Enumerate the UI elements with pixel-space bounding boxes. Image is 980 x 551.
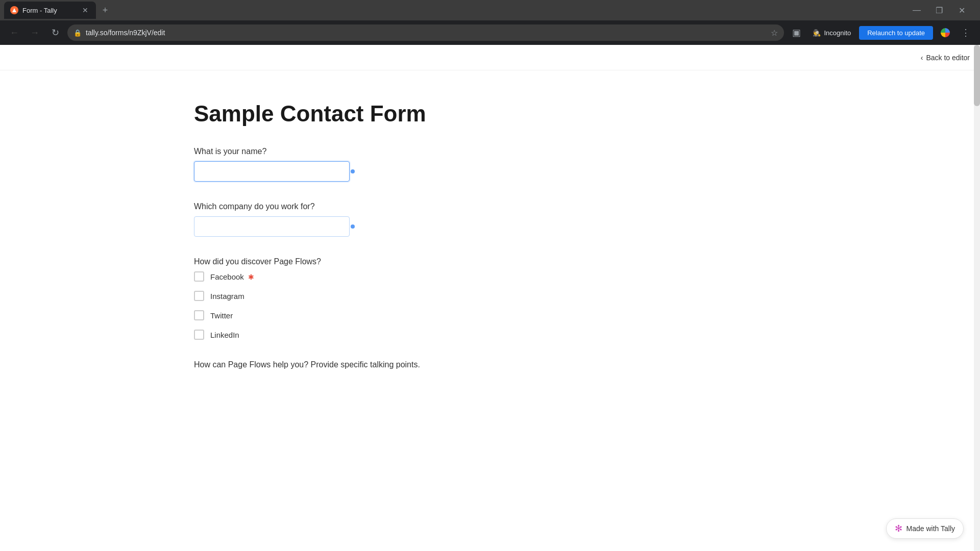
address-bar[interactable]: 🔒 tally.so/forms/n9ZkjV/edit ☆	[67, 24, 784, 41]
discover-field: How did you discover Page Flows? Faceboo…	[194, 257, 980, 340]
browser-chrome: Form - Tally ✕ + — ❐ ✕ ← → ↻ 🔒 tally.so/…	[0, 0, 980, 45]
company-input[interactable]	[194, 216, 350, 237]
company-field-label: Which company do you work for?	[194, 202, 980, 211]
minimize-button[interactable]: —	[909, 2, 925, 18]
checkbox-instagram-label: Instagram	[210, 292, 244, 300]
name-input-wrapper	[194, 161, 350, 182]
tab-favicon	[10, 6, 18, 14]
tab-bar: Form - Tally ✕ + — ❐ ✕	[0, 0, 980, 20]
browser-toolbar: ← → ↻ 🔒 tally.so/forms/n9ZkjV/edit ☆ ▣ 🕵…	[0, 20, 980, 45]
drag-handle-icon	[351, 169, 355, 173]
checkbox-instagram-box[interactable]	[194, 291, 204, 301]
checkbox-facebook[interactable]: Facebook ✱	[194, 271, 980, 282]
back-button[interactable]: ←	[6, 24, 22, 41]
google-apps-button[interactable]	[937, 24, 953, 41]
form-container: Sample Contact Form What is your name? W…	[0, 70, 980, 551]
tab-title: Form - Tally	[22, 7, 77, 14]
url-text: tally.so/forms/n9ZkjV/edit	[86, 29, 767, 37]
discover-field-label: How did you discover Page Flows?	[194, 257, 980, 266]
checkbox-instagram[interactable]: Instagram	[194, 291, 980, 301]
made-with-tally-label: Made with Tally	[906, 524, 955, 533]
checkbox-facebook-label: Facebook ✱	[210, 272, 254, 281]
toolbar-right-controls: ▣ 🕵 Incognito Relaunch to update ⋮	[788, 24, 974, 41]
incognito-label: Incognito	[824, 29, 851, 37]
sidebar-button[interactable]: ▣	[788, 24, 804, 41]
bookmark-icon[interactable]: ☆	[771, 28, 778, 38]
checkbox-twitter[interactable]: Twitter	[194, 310, 980, 320]
made-with-tally-badge[interactable]: ✻ Made with Tally	[886, 518, 964, 539]
name-field: What is your name?	[194, 147, 980, 182]
checkbox-facebook-box[interactable]	[194, 271, 204, 282]
name-field-label: What is your name?	[194, 147, 980, 156]
last-field-label: How can Page Flows help you? Provide spe…	[194, 360, 980, 369]
incognito-icon: 🕵	[813, 29, 821, 37]
back-to-editor-link[interactable]: ‹ Back to editor	[921, 54, 970, 62]
google-icon	[941, 28, 950, 37]
window-controls: — ❐ ✕	[902, 2, 976, 18]
new-tab-button[interactable]: +	[98, 3, 112, 17]
drag-handle-company-icon	[351, 224, 355, 229]
checkbox-linkedin[interactable]: LinkedIn	[194, 330, 980, 340]
top-bar: ‹ Back to editor	[0, 45, 980, 70]
checkbox-twitter-box[interactable]	[194, 310, 204, 320]
back-to-editor-label: Back to editor	[926, 54, 970, 62]
checkbox-group: Facebook ✱ Instagram Twitter LinkedIn	[194, 271, 980, 340]
name-input[interactable]	[194, 161, 350, 182]
security-icon: 🔒	[74, 29, 82, 37]
more-options-button[interactable]: ⋮	[958, 24, 974, 41]
reload-button[interactable]: ↻	[47, 24, 63, 41]
tally-star-icon: ✻	[895, 523, 902, 534]
checkbox-linkedin-label: LinkedIn	[210, 331, 239, 339]
required-star-facebook: ✱	[248, 273, 254, 281]
last-field: How can Page Flows help you? Provide spe…	[194, 360, 980, 369]
checkbox-linkedin-box[interactable]	[194, 330, 204, 340]
page-content: ‹ Back to editor Sample Contact Form Wha…	[0, 45, 980, 551]
active-tab[interactable]: Form - Tally ✕	[4, 2, 96, 19]
form-title: Sample Contact Form	[194, 101, 980, 127]
company-field: Which company do you work for?	[194, 202, 980, 237]
restore-button[interactable]: ❐	[931, 2, 947, 18]
chevron-left-icon: ‹	[921, 54, 923, 62]
company-input-wrapper	[194, 216, 350, 237]
close-window-button[interactable]: ✕	[953, 2, 970, 18]
incognito-button[interactable]: 🕵 Incognito	[808, 27, 855, 39]
tab-bar-controls: — ❐ ✕	[902, 2, 976, 18]
checkbox-twitter-label: Twitter	[210, 311, 233, 320]
relaunch-button[interactable]: Relaunch to update	[859, 26, 933, 40]
tab-close-button[interactable]: ✕	[81, 6, 90, 15]
forward-button[interactable]: →	[27, 24, 43, 41]
